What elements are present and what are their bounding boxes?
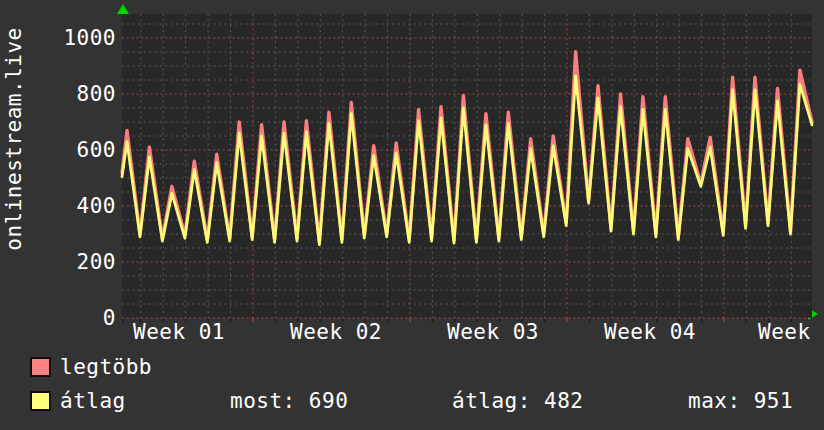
y-tick-label: 1000 [21,25,116,51]
stat-max: max: 951 [688,389,793,413]
x-week-label: Week 01 [133,320,225,344]
legend-row-atlag: átlag [30,389,126,413]
stat-atlag: átlag: 482 [452,389,583,413]
y-tick-label: 800 [21,81,116,107]
y-axis-arrow-icon [117,4,129,14]
legend-swatch-legtobb [30,357,51,377]
y-tick-label: 400 [21,193,116,219]
x-week-label: Week 03 [447,320,539,344]
x-week-label: Week 02 [290,320,382,344]
y-tick-label: 600 [21,137,116,163]
stat-most: most: 690 [230,389,348,413]
chart-plot-svg [122,14,812,318]
chart-plot-area [122,14,812,318]
legend-swatch-atlag [30,391,51,411]
x-week-label: Week [758,320,811,344]
legend-label-atlag: átlag [60,389,126,413]
legend-row-legtobb: legtöbb [30,355,152,379]
y-tick-label: 200 [21,249,116,275]
legend-label-legtobb: legtöbb [60,355,152,379]
y-tick-label: 0 [21,305,116,331]
rrdtool-graph: onlinestream.live 0 200 400 600 800 1000… [0,0,824,430]
x-week-label: Week 04 [604,320,696,344]
